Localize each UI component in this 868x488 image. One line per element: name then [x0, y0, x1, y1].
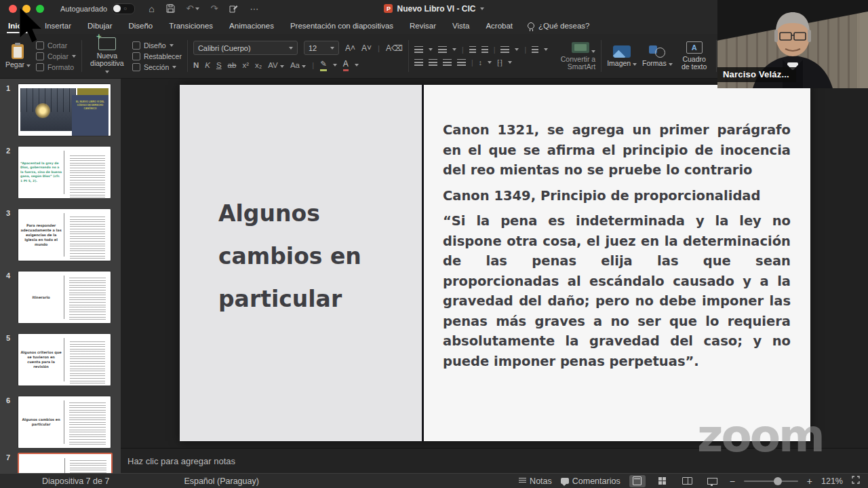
- slide-title[interactable]: Algunos cambios en particular: [218, 192, 361, 320]
- change-case-button[interactable]: Aa: [290, 61, 306, 69]
- smartart-icon: [572, 42, 589, 53]
- insert-image-button[interactable]: Imagen: [607, 45, 637, 67]
- redo-icon[interactable]: ↷: [211, 3, 218, 14]
- insert-textbox-button[interactable]: A Cuadro de texto: [678, 41, 711, 71]
- paragraph-canon-1321: Canon 1321, se agrega un primer parágraf…: [443, 120, 791, 181]
- tab-revisar[interactable]: Revisar: [401, 17, 444, 34]
- new-slide-button[interactable]: Nueva diapositiva: [87, 37, 127, 75]
- clipboard-icon: [12, 44, 24, 59]
- paragraph-canon-1349: Canon 1349, Principio de proporcionalida…: [443, 186, 791, 206]
- section-icon: [132, 63, 140, 71]
- zoom-percentage[interactable]: 121%: [821, 476, 843, 486]
- tab-presentacion[interactable]: Presentación con diapositivas: [282, 17, 401, 34]
- comments-toggle-button[interactable]: Comentarios: [561, 476, 620, 486]
- reset-slide-button[interactable]: Restablecer: [132, 52, 182, 60]
- font-name-select[interactable]: Calibri (Cuerpo): [193, 41, 298, 55]
- italic-button[interactable]: K: [205, 61, 210, 69]
- align-right-icon[interactable]: [443, 59, 452, 66]
- close-window-button[interactable]: [9, 5, 17, 13]
- slide-thumbnail-1[interactable]: EL NUEVO LIBRO VI DEL CÓDIGO DE DERECHO …: [18, 83, 111, 136]
- section-button[interactable]: Sección: [132, 63, 182, 71]
- slide-sorter-view-button[interactable]: [654, 475, 671, 487]
- slide-thumbnail-5[interactable]: Algunos criterios que se tuvieron en cue…: [18, 333, 111, 386]
- fit-slide-button[interactable]: [852, 476, 860, 486]
- autosave-toggle[interactable]: ○: [112, 3, 135, 14]
- reset-icon: [132, 52, 140, 60]
- slide-thumbnail-3[interactable]: Para responder adecuadamente a las exige…: [18, 208, 111, 261]
- columns-icon[interactable]: [532, 46, 538, 53]
- slide-thumbnail-4[interactable]: Itinerario: [18, 271, 111, 324]
- tab-animaciones[interactable]: Animaciones: [221, 17, 282, 34]
- slideshow-icon: [707, 478, 717, 485]
- thumb6-title: Algunos cambios en particular: [20, 417, 62, 427]
- align-center-icon[interactable]: [429, 59, 437, 66]
- align-left-icon[interactable]: [414, 59, 423, 66]
- slide-thumbnail-6[interactable]: Algunos cambios en particular: [18, 396, 111, 449]
- save-icon[interactable]: [166, 4, 175, 13]
- tab-diseno[interactable]: Diseño: [120, 17, 161, 34]
- strikethrough-button[interactable]: ab: [228, 61, 237, 69]
- insert-shapes-button[interactable]: Formas: [642, 45, 673, 67]
- slide-layout-button[interactable]: Diseño: [132, 41, 182, 50]
- tab-vista[interactable]: Vista: [444, 17, 477, 34]
- slide-body-text[interactable]: Canon 1321, se agrega un primer parágraf…: [443, 120, 791, 371]
- home-icon[interactable]: ⌂: [149, 4, 154, 14]
- zoom-slider[interactable]: [744, 481, 798, 482]
- subscript-button[interactable]: x₂: [255, 61, 262, 69]
- char-spacing-button[interactable]: AV: [268, 61, 284, 69]
- decrease-indent-icon[interactable]: [469, 46, 476, 53]
- font-color-button[interactable]: A: [343, 59, 349, 71]
- bulbs-photo: [20, 88, 76, 131]
- normal-view-button[interactable]: [629, 475, 646, 487]
- align-text-icon[interactable]: ⁅⁆: [497, 58, 502, 67]
- tab-transiciones[interactable]: Transiciones: [161, 17, 221, 34]
- reading-view-button[interactable]: [679, 475, 696, 487]
- tab-acrobat[interactable]: Acrobat: [477, 17, 521, 34]
- quick-access-toolbar: ⌂ ↶ ↷ ···: [149, 3, 258, 14]
- grow-font-button[interactable]: A˄: [345, 43, 355, 53]
- title-chevron-icon[interactable]: [480, 7, 484, 10]
- tab-dibujar[interactable]: Dibujar: [79, 17, 120, 34]
- superscript-button[interactable]: x²: [242, 61, 249, 69]
- notes-toggle-button[interactable]: Notas: [519, 476, 552, 486]
- textbox-icon: A: [686, 41, 703, 54]
- more-commands-icon[interactable]: ···: [250, 3, 258, 14]
- bullets-icon[interactable]: [414, 46, 423, 53]
- slide-thumbnail-7-selected[interactable]: Algunos: [18, 453, 113, 473]
- autosave-control[interactable]: Autoguardado ○: [60, 3, 135, 14]
- shrink-font-button[interactable]: A˅: [361, 43, 372, 53]
- slide-body-panel[interactable]: Canon 1321, se agrega un primer parágraf…: [424, 85, 810, 441]
- convert-smartart-button[interactable]: Convertir a SmartArt: [553, 42, 595, 71]
- copy-button[interactable]: Copiar: [36, 52, 76, 60]
- slideshow-button[interactable]: [705, 475, 721, 487]
- format-painter-button[interactable]: Formato: [36, 63, 76, 71]
- zoom-in-button[interactable]: +: [807, 476, 812, 487]
- undo-icon[interactable]: ↶: [186, 3, 199, 14]
- tell-me-search[interactable]: ¿Qué deseas?: [528, 22, 589, 30]
- current-slide[interactable]: Algunos cambios en particular Canon 1321…: [180, 85, 810, 441]
- font-size-select[interactable]: 12: [304, 41, 339, 55]
- toggle-knob: [113, 5, 121, 12]
- bold-button[interactable]: N: [193, 61, 199, 69]
- text-direction-icon[interactable]: ↕: [479, 58, 482, 67]
- share-icon[interactable]: [229, 4, 238, 13]
- justify-icon[interactable]: [457, 59, 466, 66]
- zoom-out-button[interactable]: −: [730, 476, 735, 487]
- highlight-color-button[interactable]: ✎: [320, 59, 327, 71]
- slide-thumbnail-2[interactable]: “Apacentad la grey de Dios, gobernando n…: [18, 146, 111, 199]
- line-spacing-icon[interactable]: [500, 46, 509, 53]
- status-bar: Diapositiva 7 de 7 Español (Paraguay) No…: [0, 473, 868, 488]
- thumb2-quote: “Apacentad la grey de Dios, gobernando n…: [20, 162, 62, 184]
- numbering-icon[interactable]: [438, 46, 447, 53]
- clear-format-button[interactable]: A⌫: [386, 43, 403, 53]
- language-indicator[interactable]: Español (Paraguay): [184, 476, 258, 486]
- increase-indent-icon[interactable]: [481, 46, 488, 53]
- normal-view-icon: [633, 476, 642, 485]
- paste-button[interactable]: Pegar: [5, 44, 31, 69]
- copy-icon: [36, 52, 44, 60]
- slide-title-panel[interactable]: Algunos cambios en particular: [180, 85, 422, 441]
- underline-button[interactable]: S: [216, 61, 222, 69]
- zoom-participant-video[interactable]: Narciso Veláz...: [717, 0, 868, 88]
- powerpoint-doc-icon: P: [384, 4, 393, 13]
- zoom-slider-thumb[interactable]: [774, 477, 782, 485]
